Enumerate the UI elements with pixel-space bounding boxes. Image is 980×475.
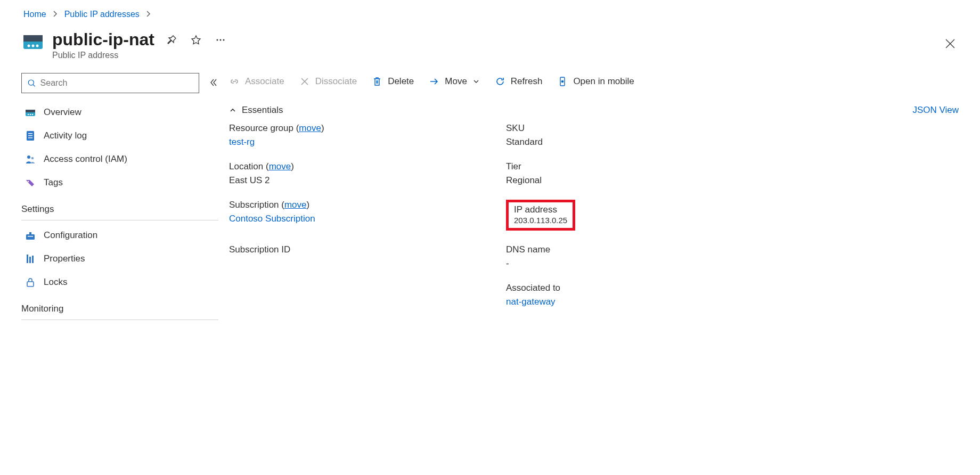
svg-point-7	[223, 39, 224, 40]
x-icon	[299, 76, 310, 87]
ess-resource-group: Resource group (move) test-rg	[229, 123, 506, 148]
svg-point-6	[219, 39, 221, 40]
svg-rect-27	[32, 256, 34, 263]
main-content: Associate Dissociate Delete Move Refresh	[229, 73, 980, 323]
refresh-button[interactable]: Refresh	[495, 76, 543, 87]
associated-to-link[interactable]: nat-gateway	[506, 297, 959, 307]
svg-point-2	[28, 45, 30, 47]
close-button[interactable]	[942, 35, 959, 52]
pin-button[interactable]	[164, 32, 179, 47]
chevron-down-icon	[472, 78, 480, 85]
svg-rect-25	[27, 255, 28, 263]
essentials-header: Essentials JSON View	[229, 97, 959, 123]
svg-rect-23	[29, 232, 31, 235]
svg-rect-24	[28, 236, 33, 237]
svg-rect-26	[29, 257, 31, 263]
svg-point-12	[28, 114, 29, 116]
move-link[interactable]: move	[284, 200, 307, 210]
delete-button[interactable]: Delete	[372, 76, 414, 87]
breadcrumb-sep-icon	[146, 10, 151, 19]
svg-point-5	[216, 39, 218, 40]
svg-point-8	[28, 80, 34, 85]
public-ip-icon	[21, 30, 45, 53]
sidebar-item-access-control[interactable]: Access control (IAM)	[21, 148, 218, 171]
sidebar-item-label: Activity log	[44, 130, 87, 141]
arrow-right-icon	[429, 76, 439, 87]
breadcrumb-sep-icon	[53, 10, 58, 19]
sidebar-item-label: Configuration	[44, 230, 97, 241]
svg-rect-22	[26, 234, 35, 240]
ess-dns-name: DNS name -	[506, 244, 959, 269]
collapse-sidebar-button[interactable]	[209, 78, 218, 89]
breadcrumb-home[interactable]: Home	[23, 10, 46, 19]
tags-icon	[24, 177, 36, 189]
sidebar-item-label: Locks	[44, 277, 67, 288]
svg-point-21	[28, 181, 29, 182]
section-monitoring: Monitoring	[21, 294, 218, 320]
star-button[interactable]	[189, 32, 203, 47]
svg-point-13	[30, 114, 31, 116]
search-input[interactable]	[21, 73, 199, 93]
mobile-icon	[557, 76, 568, 87]
highlight-box: IP address 203.0.113.0.25	[506, 200, 575, 231]
breadcrumb-parent[interactable]: Public IP addresses	[64, 10, 140, 19]
svg-point-19	[27, 155, 30, 159]
sidebar-item-properties[interactable]: Properties	[21, 247, 218, 271]
iam-icon	[24, 153, 36, 165]
refresh-icon	[495, 76, 505, 87]
configuration-icon	[24, 230, 36, 241]
ess-associated-to: Associated to nat-gateway	[506, 283, 959, 307]
ess-subscription-id: Subscription ID	[229, 244, 506, 269]
ess-subscription: Subscription (move) Contoso Subscription	[229, 200, 506, 231]
move-link[interactable]: move	[269, 161, 291, 171]
sidebar-item-label: Access control (IAM)	[44, 154, 127, 165]
sidebar: Overview Activity log Access control (IA…	[0, 73, 229, 323]
resource-group-link[interactable]: test-rg	[229, 137, 506, 148]
sidebar-item-activity-log[interactable]: Activity log	[21, 124, 218, 148]
svg-line-9	[33, 85, 35, 87]
move-link[interactable]: move	[299, 123, 321, 133]
associate-button: Associate	[229, 76, 284, 87]
trash-icon	[372, 76, 382, 87]
sidebar-item-label: Tags	[44, 177, 63, 188]
svg-point-30	[561, 80, 564, 83]
svg-rect-11	[26, 110, 35, 112]
sidebar-item-locks[interactable]: Locks	[21, 271, 218, 294]
move-button[interactable]: Move	[429, 76, 480, 87]
sidebar-item-configuration[interactable]: Configuration	[21, 224, 218, 247]
svg-point-20	[31, 157, 34, 160]
ess-location: Location (move) East US 2	[229, 161, 506, 186]
json-view-link[interactable]: JSON View	[912, 105, 959, 116]
ess-tier: Tier Regional	[506, 161, 959, 186]
svg-point-4	[36, 45, 39, 47]
locks-icon	[24, 276, 36, 288]
page-subtitle: Public IP address	[52, 51, 228, 60]
ess-ip-address: IP address 203.0.113.0.25	[506, 200, 959, 231]
ess-sku: SKU Standard	[506, 123, 959, 148]
page-header: public-ip-nat Public IP address	[0, 24, 980, 73]
sidebar-item-label: Overview	[44, 107, 81, 118]
section-settings: Settings	[21, 194, 218, 220]
search-icon	[27, 78, 36, 88]
link-icon	[229, 76, 240, 87]
svg-point-14	[32, 114, 34, 116]
sidebar-item-label: Properties	[44, 253, 85, 264]
essentials-grid: Resource group (move) test-rg SKU Standa…	[229, 123, 959, 307]
svg-rect-17	[28, 135, 32, 136]
essentials-toggle[interactable]: Essentials	[229, 105, 283, 116]
properties-icon	[24, 253, 36, 265]
svg-point-3	[32, 45, 35, 47]
overview-icon	[24, 107, 36, 118]
svg-rect-1	[23, 35, 43, 42]
sidebar-item-tags[interactable]: Tags	[21, 171, 218, 194]
sidebar-item-overview[interactable]: Overview	[21, 101, 218, 124]
toolbar: Associate Dissociate Delete Move Refresh	[229, 73, 959, 97]
more-button[interactable]	[213, 32, 228, 47]
svg-rect-18	[28, 137, 32, 138]
svg-rect-28	[27, 282, 34, 286]
dissociate-button: Dissociate	[299, 76, 357, 87]
open-mobile-button[interactable]: Open in mobile	[557, 76, 634, 87]
chevron-up-icon	[229, 107, 236, 114]
activity-log-icon	[24, 130, 36, 142]
subscription-link[interactable]: Contoso Subscription	[229, 214, 506, 224]
